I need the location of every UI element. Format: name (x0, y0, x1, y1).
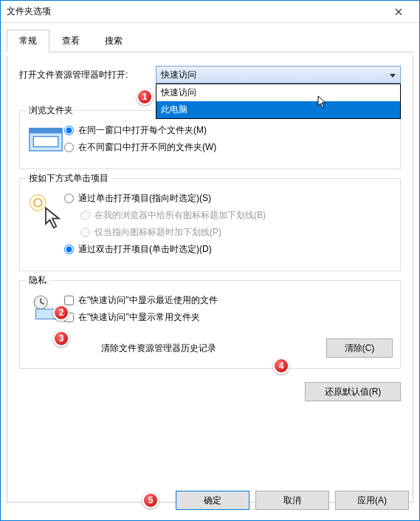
restore-defaults-button[interactable]: 还原默认值(R) (305, 382, 401, 401)
close-icon (395, 8, 402, 16)
privacy-group: 隐私 在"快速访问"中显示最近使用的文件 在"快速访问"中显示常用文件夹 清 (19, 280, 401, 369)
open-with-label: 打开文件资源管理器时打开: (19, 69, 156, 81)
radio-double-click-input[interactable] (64, 245, 74, 254)
radio-same-window[interactable]: 在同一窗口中打开每个文件夹(M) (64, 124, 393, 137)
dialog-buttons: 确定 取消 应用(A) (176, 491, 409, 510)
svg-rect-2 (33, 137, 58, 147)
browse-legend: 浏览文件夹 (26, 104, 76, 117)
privacy-icon (27, 290, 64, 321)
radio-underline-all: 在我的浏览器中给所有图标标题加下划线(B) (80, 209, 393, 222)
radio-single-click-input[interactable] (64, 194, 74, 203)
content-area: 常规 查看 搜索 打开文件资源管理器时打开: 快速访问 快速访问 此电脑 1 浏… (1, 23, 419, 508)
cancel-button[interactable]: 取消 (255, 491, 329, 510)
check-frequent-folders-input[interactable] (64, 313, 74, 322)
radio-double-click[interactable]: 通过双击打开项目(单击时选定)(D) (64, 243, 393, 256)
window-title: 文件夹选项 (7, 5, 384, 18)
check-recent-files-input[interactable] (64, 296, 74, 305)
tab-view[interactable]: 查看 (49, 30, 92, 52)
combo-item-quick-access[interactable]: 快速访问 (156, 84, 400, 101)
tab-panel-general: 打开文件资源管理器时打开: 快速访问 快速访问 此电脑 1 浏览文件夹 (7, 55, 413, 503)
clear-button[interactable]: 清除(C) (326, 338, 393, 358)
tab-general[interactable]: 常规 (7, 30, 49, 52)
browse-folders-group: 浏览文件夹 在同一窗口中打开每个文件夹(M) 在不同窗口中打开不同的文件夹(W) (19, 110, 401, 169)
folder-window-icon (27, 120, 64, 155)
check-recent-files[interactable]: 在"快速访问"中显示最近使用的文件 (64, 294, 393, 307)
clear-history-row: 清除文件资源管理器历史记录 清除(C) (101, 338, 393, 358)
svg-point-3 (34, 199, 42, 207)
radio-single-click[interactable]: 通过单击打开项目(指向时选定)(S) (64, 192, 393, 205)
open-with-row: 打开文件资源管理器时打开: 快速访问 快速访问 此电脑 (19, 66, 401, 84)
radio-underline-point-input (80, 228, 90, 237)
combo-selected-text: 快速访问 (161, 69, 196, 81)
open-with-combo: 快速访问 快速访问 此电脑 (156, 66, 401, 84)
radio-new-window-input[interactable] (64, 143, 74, 152)
combo-dropdown-list: 快速访问 此电脑 (156, 84, 401, 119)
check-frequent-folders[interactable]: 在"快速访问"中显示常用文件夹 (64, 311, 393, 324)
apply-button[interactable]: 应用(A) (335, 491, 409, 510)
open-with-combobox[interactable]: 快速访问 (156, 66, 401, 84)
clear-history-label: 清除文件资源管理器历史记录 (101, 342, 326, 355)
ok-button[interactable]: 确定 (176, 491, 249, 510)
radio-underline-all-input (80, 211, 90, 220)
radio-new-window[interactable]: 在不同窗口中打开不同的文件夹(W) (64, 141, 393, 154)
click-icon (27, 188, 64, 229)
svg-rect-6 (36, 309, 56, 319)
privacy-legend: 隐私 (26, 274, 49, 287)
close-button[interactable] (384, 1, 413, 22)
combo-item-this-pc[interactable]: 此电脑 (156, 101, 400, 118)
click-legend: 按如下方式单击项目 (26, 172, 111, 185)
titlebar: 文件夹选项 (1, 1, 419, 23)
svg-rect-1 (30, 129, 62, 134)
radio-same-window-input[interactable] (64, 126, 74, 135)
restore-row: 还原默认值(R) (19, 382, 401, 401)
chevron-down-icon (390, 69, 396, 80)
annotation-marker-1: 1 (137, 89, 153, 105)
radio-underline-point: 仅当指向图标标题时加下划线(P) (80, 226, 393, 239)
svg-point-4 (30, 195, 46, 211)
tab-search[interactable]: 搜索 (92, 30, 135, 52)
tab-strip: 常规 查看 搜索 (7, 29, 413, 52)
click-behavior-group: 按如下方式单击项目 通过单击打开项目(指向时选定)(S) 在我的浏览器中给所有图… (19, 178, 401, 271)
